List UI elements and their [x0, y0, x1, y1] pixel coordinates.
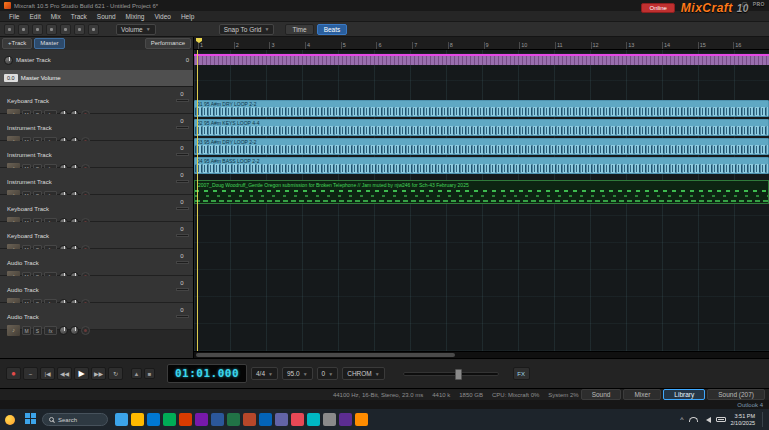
taskbar-app-icon[interactable] — [355, 413, 368, 426]
menu-item[interactable]: Mix — [46, 13, 66, 20]
horizontal-scrollbar[interactable] — [194, 351, 769, 358]
menu-item[interactable]: Sound — [92, 13, 121, 20]
redo-icon[interactable] — [60, 24, 71, 35]
show-desktop-button[interactable] — [762, 412, 764, 427]
battery-icon[interactable] — [716, 417, 726, 422]
track-row[interactable]: Audio Track ♪ M S fx 0 — [0, 276, 193, 303]
pan-knob[interactable] — [70, 326, 79, 335]
play-button[interactable]: ▶ — [74, 367, 89, 380]
volume-icon[interactable] — [703, 417, 711, 423]
online-button[interactable]: Online — [641, 3, 674, 13]
master-volume-slider[interactable] — [403, 372, 499, 376]
menu-item[interactable]: File — [4, 13, 24, 20]
volume-mode-dropdown[interactable]: Volume▼ — [116, 24, 156, 35]
taskbar-app-icon[interactable] — [227, 413, 240, 426]
menu-item[interactable]: Help — [176, 13, 199, 20]
track-row[interactable]: Audio Track ♪ M S fx 0 — [0, 303, 193, 330]
master-automation-lane[interactable]: 0.0 Master Volume — [0, 70, 193, 86]
wifi-icon[interactable] — [689, 417, 698, 422]
taskbar-app-icon[interactable] — [147, 413, 160, 426]
performance-button[interactable]: Performance — [145, 38, 191, 49]
taskbar-app-icon[interactable] — [323, 413, 336, 426]
time-display[interactable]: 01:01.000 — [167, 364, 247, 383]
record-button[interactable]: ● — [6, 367, 21, 380]
taskbar-app-icon[interactable] — [131, 413, 144, 426]
pan-slider[interactable] — [176, 126, 189, 129]
track-row[interactable]: Keyboard Track ♪ M S fx 0 — [0, 195, 193, 222]
track-row[interactable]: Keyboard Track ♪ M S fx 0 — [0, 222, 193, 249]
automation-button[interactable]: ~ — [23, 367, 38, 380]
audio-clip[interactable]: 04 95 A#m BASS LOOP 2-2 — [194, 157, 769, 174]
rewind-button[interactable]: ◀◀ — [57, 367, 72, 380]
master-volume-knob[interactable] — [4, 56, 13, 65]
weather-widget[interactable] — [5, 415, 15, 425]
master-track[interactable]: Master Track 0 0.0 Master Volume — [0, 50, 193, 87]
track-row[interactable]: Instrument Track ♪ M S fx 0 — [0, 141, 193, 168]
snap-dropdown[interactable]: Snap To Grid▼ — [219, 24, 275, 35]
transpose-dropdown[interactable]: 0▼ — [317, 367, 339, 380]
pan-slider[interactable] — [176, 315, 189, 318]
bottom-tab[interactable]: Sound — [581, 389, 622, 400]
arrangement-area[interactable]: 01 95 A#m DRY LOOP 2-2 02 95 A#m KEYS LO… — [194, 50, 769, 351]
pan-slider[interactable] — [176, 99, 189, 102]
punch-button[interactable]: ■ — [144, 368, 155, 379]
volume-knob[interactable] — [59, 326, 68, 335]
taskbar-app-icon[interactable] — [163, 413, 176, 426]
track-row[interactable]: Instrument Track ♪ M S fx 0 — [0, 168, 193, 195]
track-row[interactable]: Keyboard Track ♪ M S fx 0 — [0, 87, 193, 114]
menu-item[interactable]: Mixing — [121, 13, 150, 20]
taskbar-app-icon[interactable] — [115, 413, 128, 426]
audio-clip[interactable]: 02 95 A#m KEYS LOOP 4-4 — [194, 119, 769, 136]
track-row[interactable]: Audio Track ♪ M S fx 0 — [0, 249, 193, 276]
outlook-notification[interactable]: Outlook 4 — [737, 402, 763, 408]
menu-item[interactable]: Video — [149, 13, 176, 20]
mute-button[interactable]: M — [22, 326, 31, 335]
solo-button[interactable]: S — [33, 326, 42, 335]
go-to-start-button[interactable]: |◀ — [40, 367, 55, 380]
track-row[interactable]: Instrument Track ♪ M S fx 0 — [0, 114, 193, 141]
add-track-button[interactable]: +Track — [2, 38, 32, 49]
bottom-tab[interactable]: Mixer — [623, 389, 661, 400]
new-project-icon[interactable] — [4, 24, 15, 35]
key-dropdown[interactable]: CHROM▼ — [342, 367, 385, 380]
menu-item[interactable]: Edit — [24, 13, 45, 20]
volume-slider-thumb[interactable] — [455, 369, 462, 380]
pan-slider[interactable] — [176, 153, 189, 156]
taskbar-app-icon[interactable] — [195, 413, 208, 426]
metronome-button[interactable]: ▲ — [131, 368, 142, 379]
bottom-tab[interactable]: Sound (207) — [707, 389, 765, 400]
midi-clip[interactable]: 2007_Doug Woodruff_Gentle Oregon submiss… — [194, 180, 769, 204]
timeline-ruler[interactable]: 12345678910111213141516 — [194, 37, 769, 50]
taskbar-app-icon[interactable] — [179, 413, 192, 426]
clock[interactable]: 3:51 PM 2/10/2025 — [731, 413, 755, 426]
output-fx-button[interactable]: FX — [513, 367, 530, 380]
taskbar-app-icon[interactable] — [339, 413, 352, 426]
time-signature-dropdown[interactable]: 4/4▼ — [251, 367, 278, 380]
taskbar-app-icon[interactable] — [243, 413, 256, 426]
taskbar-app-icon[interactable] — [211, 413, 224, 426]
paste-icon[interactable] — [88, 24, 99, 35]
pan-slider[interactable] — [176, 288, 189, 291]
audio-clip[interactable]: 03 95 A#m DRY LOOP 2-2 — [194, 138, 769, 155]
loop-button[interactable]: ↻ — [108, 367, 123, 380]
taskbar-app-icon[interactable] — [307, 413, 320, 426]
pan-slider[interactable] — [176, 261, 189, 264]
beats-mode-button[interactable]: Beats — [317, 24, 348, 35]
open-icon[interactable] — [18, 24, 29, 35]
search-input[interactable]: Search — [42, 413, 108, 426]
arm-button[interactable] — [81, 326, 90, 335]
undo-icon[interactable] — [46, 24, 57, 35]
fx-button[interactable]: fx — [44, 326, 57, 335]
cut-icon[interactable] — [74, 24, 85, 35]
hidden-icons-chevron[interactable]: ^ — [680, 416, 683, 423]
fast-forward-button[interactable]: ▶▶ — [91, 367, 106, 380]
bottom-tab[interactable]: Library — [663, 389, 705, 400]
scrollbar-thumb[interactable] — [196, 353, 455, 357]
start-button[interactable] — [25, 413, 38, 426]
pan-slider[interactable] — [176, 234, 189, 237]
time-mode-button[interactable]: Time — [285, 24, 313, 35]
save-icon[interactable] — [32, 24, 43, 35]
taskbar-app-icon[interactable] — [259, 413, 272, 426]
master-dropdown[interactable]: Master — [34, 38, 64, 49]
audio-clip[interactable]: 01 95 A#m DRY LOOP 2-2 — [194, 100, 769, 117]
